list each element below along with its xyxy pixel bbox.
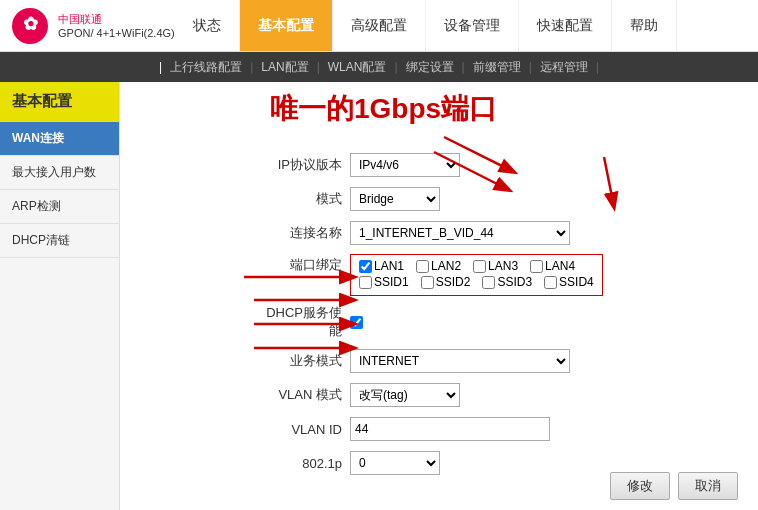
nav-basic-config[interactable]: 基本配置 xyxy=(240,0,333,51)
nav-help[interactable]: 帮助 xyxy=(612,0,677,51)
service-mode-select[interactable]: INTERNET VOIP IPTV xyxy=(350,349,570,373)
mode-row: 模式 Bridge Route PPPoE xyxy=(260,186,738,212)
dot1p-label: 802.1p xyxy=(260,456,350,471)
main-content: 基本配置 WAN连接 最大接入用户数 ARP检测 DHCP清链 唯一的1Gbps… xyxy=(0,82,758,510)
bottom-buttons: 修改 取消 xyxy=(610,472,738,500)
sep6: | xyxy=(596,60,599,74)
save-button[interactable]: 修改 xyxy=(610,472,670,500)
service-mode-label: 业务模式 xyxy=(260,352,350,370)
sub-nav-lan[interactable]: LAN配置 xyxy=(253,59,316,76)
port-bind-content: LAN1 LAN2 LAN3 LAN4 xyxy=(350,254,603,296)
sidebar-item-dhcp-clear[interactable]: DHCP清链 xyxy=(0,224,119,258)
vlan-id-label: VLAN ID xyxy=(260,422,350,437)
vlan-mode-row: VLAN 模式 改写(tag) 透传 不处理 xyxy=(260,382,738,408)
ssid2-checkbox[interactable] xyxy=(421,276,434,289)
mode-select[interactable]: Bridge Route PPPoE xyxy=(350,187,440,211)
connection-name-label: 连接名称 xyxy=(260,224,350,242)
lan4-checkbox-item[interactable]: LAN4 xyxy=(530,259,575,273)
sidebar-item-wan[interactable]: WAN连接 xyxy=(0,122,119,156)
ssid4-checkbox[interactable] xyxy=(544,276,557,289)
ssid3-checkbox-item[interactable]: SSID3 xyxy=(482,275,532,289)
svg-text:✿: ✿ xyxy=(23,14,38,34)
dhcp-row: DHCP服务使能 xyxy=(260,304,738,340)
main-nav: 状态 基本配置 高级配置 设备管理 快速配置 帮助 xyxy=(175,0,748,51)
connection-name-row: 连接名称 1_INTERNET_B_VID_44 xyxy=(260,220,738,246)
connection-name-select[interactable]: 1_INTERNET_B_VID_44 xyxy=(350,221,570,245)
ip-protocol-row: IP协议版本 IPv4/v6 IPv4 IPv6 xyxy=(260,152,738,178)
lan1-checkbox-item[interactable]: LAN1 xyxy=(359,259,404,273)
service-mode-row: 业务模式 INTERNET VOIP IPTV xyxy=(260,348,738,374)
brand-logo: ✿ xyxy=(10,6,50,46)
ssid1-checkbox-item[interactable]: SSID1 xyxy=(359,275,409,289)
ssid-bind-line: SSID1 SSID2 SSID3 SSID4 xyxy=(359,275,594,289)
annotation-title: 唯一的1Gbps端口 xyxy=(270,90,497,128)
top-nav: ✿ 中国联通 GPON/ 4+1+WiFi(2.4G) 状态 基本配置 高级配置… xyxy=(0,0,758,52)
nav-quick-config[interactable]: 快速配置 xyxy=(519,0,612,51)
lan3-checkbox[interactable] xyxy=(473,260,486,273)
sub-nav-bind[interactable]: 绑定设置 xyxy=(398,59,462,76)
ssid1-checkbox[interactable] xyxy=(359,276,372,289)
ssid2-checkbox-item[interactable]: SSID2 xyxy=(421,275,471,289)
ssid3-checkbox[interactable] xyxy=(482,276,495,289)
sidebar: 基本配置 WAN连接 最大接入用户数 ARP检测 DHCP清链 xyxy=(0,82,120,510)
vlan-id-row: VLAN ID xyxy=(260,416,738,442)
sub-nav-wlan[interactable]: WLAN配置 xyxy=(320,59,395,76)
vlan-mode-select[interactable]: 改写(tag) 透传 不处理 xyxy=(350,383,460,407)
lan1-checkbox[interactable] xyxy=(359,260,372,273)
sub-nav-uplink[interactable]: 上行线路配置 xyxy=(162,59,250,76)
vlan-mode-label: VLAN 模式 xyxy=(260,386,350,404)
ip-protocol-label: IP协议版本 xyxy=(260,156,350,174)
sidebar-item-max-users[interactable]: 最大接入用户数 xyxy=(0,156,119,190)
sidebar-title: 基本配置 xyxy=(0,82,119,122)
ssid4-checkbox-item[interactable]: SSID4 xyxy=(544,275,594,289)
lan-bind-line: LAN1 LAN2 LAN3 LAN4 xyxy=(359,259,594,273)
content-area: 唯一的1Gbps端口 xyxy=(120,82,758,510)
sub-nav-prefix[interactable]: 前缀管理 xyxy=(465,59,529,76)
sub-nav-remote[interactable]: 远程管理 xyxy=(532,59,596,76)
brand-name: 中国联通 xyxy=(58,12,175,26)
nav-advanced-config[interactable]: 高级配置 xyxy=(333,0,426,51)
ip-protocol-select[interactable]: IPv4/v6 IPv4 IPv6 xyxy=(350,153,460,177)
port-bind-row: 端口绑定 LAN1 LAN2 LAN3 LAN4 xyxy=(260,254,738,296)
sub-nav: | 上行线路配置 | LAN配置 | WLAN配置 | 绑定设置 | 前缀管理 … xyxy=(0,52,758,82)
nav-device-mgmt[interactable]: 设备管理 xyxy=(426,0,519,51)
vlan-id-input[interactable] xyxy=(350,417,550,441)
nav-status[interactable]: 状态 xyxy=(175,0,240,51)
sidebar-menu: WAN连接 最大接入用户数 ARP检测 DHCP清链 xyxy=(0,122,119,258)
lan2-checkbox-item[interactable]: LAN2 xyxy=(416,259,461,273)
dhcp-label: DHCP服务使能 xyxy=(260,304,350,340)
mode-label: 模式 xyxy=(260,190,350,208)
dot1p-select[interactable]: 0 1 2 3 4 5 6 7 xyxy=(350,451,440,475)
dhcp-checkbox[interactable] xyxy=(350,316,363,329)
logo-area: ✿ 中国联通 GPON/ 4+1+WiFi(2.4G) xyxy=(10,6,175,46)
form-section: IP协议版本 IPv4/v6 IPv4 IPv6 模式 Bridge Route… xyxy=(140,152,738,476)
lan3-checkbox-item[interactable]: LAN3 xyxy=(473,259,518,273)
lan4-checkbox[interactable] xyxy=(530,260,543,273)
port-bind-label: 端口绑定 xyxy=(260,254,350,274)
cancel-button[interactable]: 取消 xyxy=(678,472,738,500)
sidebar-item-arp[interactable]: ARP检测 xyxy=(0,190,119,224)
device-model: GPON/ 4+1+WiFi(2.4G) xyxy=(58,27,175,39)
lan2-checkbox[interactable] xyxy=(416,260,429,273)
